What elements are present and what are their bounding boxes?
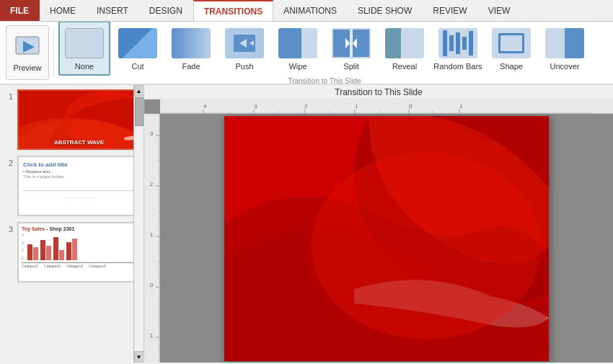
vscroll: ▲ ▼ bbox=[133, 85, 144, 363]
svg-point-50 bbox=[311, 152, 542, 339]
ribbon-separator-1 bbox=[53, 27, 54, 78]
svg-text:2: 2 bbox=[150, 181, 154, 187]
bar-7 bbox=[66, 242, 71, 260]
transition-reveal[interactable]: Reveal bbox=[379, 22, 431, 76]
tab-animations[interactable]: ANIMATIONS bbox=[273, 0, 348, 21]
svg-text:2: 2 bbox=[304, 103, 308, 110]
transition-uncover[interactable]: Uncover bbox=[539, 22, 591, 76]
slide2-line: • Replace text... bbox=[23, 169, 135, 174]
slide-num-2: 2 bbox=[3, 159, 13, 216]
main-area: ▲ ▼ 1 ABSTRA bbox=[0, 85, 613, 363]
randombars-icon bbox=[438, 26, 477, 61]
svg-text:1: 1 bbox=[355, 103, 358, 110]
svg-text:3: 3 bbox=[254, 103, 257, 110]
shape-icon bbox=[492, 26, 531, 61]
svg-text:0: 0 bbox=[409, 103, 413, 110]
transition-group-label: Transition to This Slide bbox=[288, 77, 361, 85]
slide2-divider bbox=[23, 190, 135, 191]
bar-1 bbox=[27, 244, 32, 260]
cut-icon bbox=[118, 26, 157, 61]
transitions-group: None Cut Fade bbox=[58, 22, 591, 85]
transition-to-slide-label: Transition to This Slide bbox=[144, 85, 613, 99]
y-axis: 4 3 2 1 bbox=[22, 233, 24, 260]
bar-8 bbox=[72, 239, 77, 260]
ribbon: Preview None Cut bbox=[0, 22, 613, 85]
svg-text:3: 3 bbox=[150, 130, 154, 137]
svg-text:1: 1 bbox=[150, 332, 154, 339]
tab-slideshow[interactable]: SLIDE SHOW bbox=[348, 0, 423, 21]
preview-button[interactable]: Preview bbox=[6, 25, 49, 80]
slide3-title: Toy Sales - Shop 2301 bbox=[22, 226, 136, 231]
tab-design[interactable]: DESIGN bbox=[139, 0, 193, 21]
transition-fade[interactable]: Fade bbox=[165, 22, 217, 76]
tab-file[interactable]: FILE bbox=[0, 0, 40, 21]
canvas-area: Transition to This Slide 4 3 2 1 0 1 bbox=[144, 85, 613, 363]
uncover-icon bbox=[545, 26, 584, 61]
svg-text:4: 4 bbox=[203, 103, 207, 110]
canvas-content: 3 2 1 0 1 bbox=[144, 114, 613, 363]
slide-thumb-3[interactable]: Toy Sales - Shop 2301 4 3 2 1 bbox=[17, 222, 141, 283]
vscroll-up[interactable]: ▲ bbox=[134, 85, 144, 97]
slide-num-3: 3 bbox=[3, 225, 13, 283]
bar-group-1 bbox=[27, 244, 38, 260]
push-icon bbox=[225, 26, 264, 61]
wipe-icon bbox=[278, 26, 317, 61]
bar-3 bbox=[40, 240, 45, 260]
tab-bar: FILE HOME INSERT DESIGN TRANSITIONS ANIM… bbox=[0, 0, 613, 22]
slide-panel: ▲ ▼ 1 ABSTRA bbox=[0, 85, 144, 363]
x-labels: Category1 Category2 Category3 Category4 bbox=[22, 264, 136, 268]
slide2-ph: This is a place holder. bbox=[23, 174, 135, 179]
preview-label: Preview bbox=[13, 63, 41, 72]
slide-item-3[interactable]: 3 Toy Sales - Shop 2301 4 3 2 1 bbox=[3, 222, 141, 283]
slide1-bg: ABSTRACT WAVE bbox=[19, 91, 139, 148]
slide-thumb-2[interactable]: Click to add title • Replace text... Thi… bbox=[17, 156, 141, 216]
transition-cut[interactable]: Cut bbox=[112, 22, 164, 76]
slide-thumb-1[interactable]: ABSTRACT WAVE bbox=[17, 89, 141, 150]
transition-shape[interactable]: Shape bbox=[485, 22, 537, 76]
tab-insert[interactable]: INSERT bbox=[87, 0, 139, 21]
bar-group-3 bbox=[53, 237, 64, 260]
transition-push[interactable]: Push bbox=[219, 22, 270, 76]
none-icon bbox=[65, 26, 104, 61]
transition-randombars[interactable]: Random Bars bbox=[432, 22, 484, 76]
vscroll-track bbox=[134, 97, 144, 351]
bar-6 bbox=[59, 250, 64, 260]
transitions-list: None Cut Fade bbox=[58, 22, 591, 76]
svg-text:1: 1 bbox=[459, 103, 463, 110]
slide2-title: Click to add title bbox=[23, 161, 135, 168]
slide-bg-svg bbox=[224, 116, 549, 361]
tab-transitions[interactable]: TRANSITIONS bbox=[193, 0, 273, 21]
main-slide bbox=[224, 116, 549, 361]
svg-text:0: 0 bbox=[150, 282, 154, 288]
bar-group-4 bbox=[66, 239, 77, 260]
x-axis-line bbox=[22, 262, 136, 263]
slide-item-1[interactable]: 1 ABSTRACT WAVE bbox=[3, 89, 141, 150]
bar-group-2 bbox=[40, 240, 51, 260]
reveal-icon bbox=[385, 26, 424, 61]
chart-container: 4 3 2 1 bbox=[22, 234, 136, 262]
ruler-horizontal: 4 3 2 1 0 1 bbox=[160, 99, 613, 114]
transition-none[interactable]: None bbox=[58, 22, 110, 76]
tab-view[interactable]: VIEW bbox=[478, 0, 521, 21]
slide-item-2[interactable]: 2 Click to add title • Replace text... T… bbox=[3, 156, 141, 216]
bar-4 bbox=[46, 246, 51, 260]
slide2-bg: Click to add title • Replace text... Thi… bbox=[19, 157, 139, 215]
transition-wipe[interactable]: Wipe bbox=[272, 22, 324, 76]
transition-split[interactable]: Split bbox=[325, 22, 377, 76]
bar-5 bbox=[53, 237, 58, 260]
slide3-bg: Toy Sales - Shop 2301 4 3 2 1 bbox=[19, 223, 139, 281]
tab-home[interactable]: HOME bbox=[40, 0, 87, 21]
fade-icon bbox=[172, 26, 211, 61]
bar-2 bbox=[33, 247, 38, 260]
slide-num-1: 1 bbox=[3, 92, 13, 150]
slide-display-area bbox=[160, 114, 613, 363]
vscroll-thumb[interactable] bbox=[135, 97, 144, 126]
vscroll-down[interactable]: ▼ bbox=[134, 351, 144, 363]
tab-review[interactable]: REVIEW bbox=[423, 0, 477, 21]
preview-icon bbox=[13, 33, 42, 63]
slide2-footer-line: ___________ bbox=[23, 192, 135, 197]
svg-text:1: 1 bbox=[150, 231, 154, 238]
ruler-vertical: 3 2 1 0 1 bbox=[144, 114, 160, 363]
split-icon bbox=[332, 26, 371, 61]
slide1-label: ABSTRACT WAVE bbox=[19, 139, 139, 146]
